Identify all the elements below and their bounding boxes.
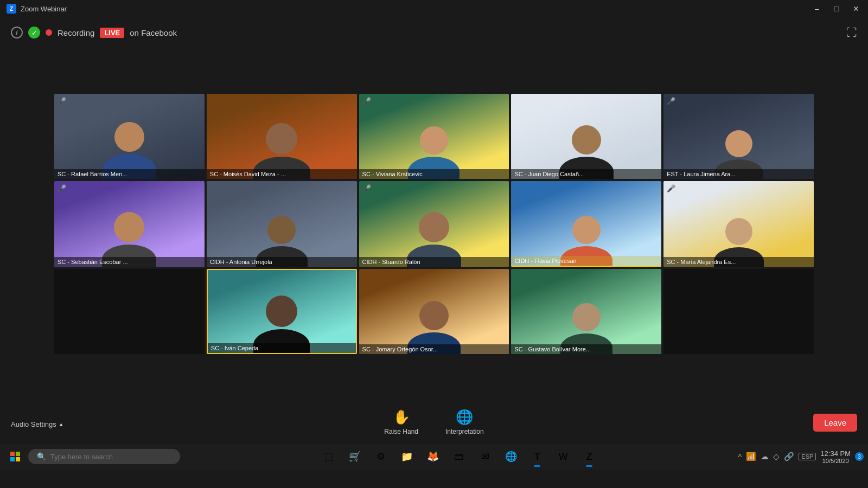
raise-hand-label: Raise Hand (384, 428, 418, 435)
participant-cell-11: SC - Jomary Ortegón Osor... (359, 269, 509, 354)
cloud-icon[interactable]: ☁ (761, 452, 769, 461)
participant-cell-3: SC - Juan Diego Castañ... (511, 94, 661, 179)
mute-icon-5: 🎤 (58, 184, 66, 192)
live-badge: LIVE (100, 28, 124, 38)
participant-cell-8: CIDH - Flávia Piovesan (511, 181, 661, 266)
taskbar-firefox-icon[interactable]: 🦊 (422, 445, 444, 468)
dropbox-icon[interactable]: ◇ (773, 452, 780, 461)
taskbar-store2-icon[interactable]: 🗃 (448, 445, 470, 468)
taskbar-right: ^ 📶 ☁ ◇ 🔗 ESP 12:34 PM 10/5/2020 3 (738, 450, 864, 464)
participant-name-5: SC - Sebastián Escobar ... (54, 257, 205, 267)
notification-badge[interactable]: 3 (855, 452, 864, 461)
title-bar-controls[interactable]: – □ ✕ (812, 3, 861, 14)
recording-dot-icon (46, 29, 52, 36)
mute-icon-0: 🎤 (58, 97, 66, 105)
search-input[interactable] (50, 453, 171, 461)
participant-cell-9: 🎤 SC - María Alejandra Es... (663, 181, 814, 266)
mute-icon-2: 🎤 (362, 97, 371, 105)
taskbar-left: 🔍 (4, 446, 180, 467)
leave-button[interactable]: Leave (813, 414, 857, 432)
interpretation-icon: 🌐 (456, 409, 473, 426)
interpretation-label: Interpretation (445, 428, 484, 435)
search-icon: 🔍 (37, 452, 46, 461)
video-area: 🎤 SC - Rafael Barrios Men... SC - Moisés… (0, 48, 868, 400)
taskbar-store-icon[interactable]: 🛒 (343, 445, 366, 468)
recording-label: Recording (58, 28, 94, 37)
taskbar-zoom-icon[interactable]: Z (578, 445, 601, 468)
title-bar: Z Zoom Webinar – □ ✕ (0, 0, 868, 17)
taskbar-edge-icon[interactable]: 🌐 (500, 445, 522, 468)
participant-name-2: SC - Viviana Krsticevic (359, 169, 509, 179)
header-bar: i ✓ Recording LIVE on Facebook ⛶ (0, 17, 868, 48)
participant-name-4: EST - Laura Jimena Ara... (663, 169, 814, 179)
audio-settings-button[interactable]: Audio Settings ▲ (11, 420, 64, 428)
taskbar-word-icon[interactable]: W (552, 445, 575, 468)
participant-cell-4: 🎤 EST - Laura Jimena Ara... (663, 94, 814, 179)
taskbar-teams-icon[interactable]: T (526, 445, 548, 468)
language-indicator: ESP (799, 453, 816, 460)
participant-name-9: SC - María Alejandra Es... (663, 257, 814, 267)
shield-icon: ✓ (28, 27, 40, 38)
mute-icon-9: 🎤 (667, 184, 675, 192)
link-icon[interactable]: 🔗 (784, 452, 794, 461)
participant-cell-5: 🎤 SC - Sebastián Escobar ... (54, 181, 205, 266)
participant-name-12: SC - Gustavo Bolívar More... (511, 344, 661, 354)
participant-cell-1: SC - Moisés David Meza - ... (207, 94, 357, 179)
toolbar: Audio Settings ▲ ✋ Raise Hand 🌐 Interpre… (0, 400, 868, 444)
participant-name-8: CIDH - Flávia Piovesan (511, 256, 661, 267)
raise-hand-icon: ✋ (393, 409, 410, 426)
header-left: i ✓ Recording LIVE on Facebook (11, 27, 177, 38)
search-box[interactable]: 🔍 (28, 449, 180, 464)
participant-name-6: CIDH - Antonia Urrejola (207, 257, 357, 267)
wifi-icon[interactable]: 📶 (746, 452, 756, 461)
time-display: 12:34 PM (820, 450, 851, 458)
participant-cell-7: 🎤 CIDH - Stuardo Ralón (359, 181, 509, 266)
taskbar-files-icon[interactable]: 📁 (395, 445, 418, 468)
mute-icon-7: 🎤 (362, 184, 371, 192)
taskbar: 🔍 ⬚ 🛒 ⚙ 📁 🦊 🗃 ✉ 🌐 T W Z ^ 📶 ☁ ◇ 🔗 ESP 12… (0, 444, 868, 470)
raise-hand-button[interactable]: ✋ Raise Hand (384, 409, 418, 435)
participant-cell-6: CIDH - Antonia Urrejola (207, 181, 357, 266)
sys-tray: ^ 📶 ☁ ◇ 🔗 (738, 452, 794, 461)
on-facebook-label: on Facebook (130, 28, 177, 37)
caret-up-icon: ▲ (59, 421, 64, 427)
empty-cell-1 (54, 269, 205, 354)
info-icon[interactable]: i (11, 27, 23, 38)
windows-logo-icon (10, 452, 20, 461)
taskbar-settings-icon[interactable]: ⚙ (369, 445, 392, 468)
participant-name-11: SC - Jomary Ortegón Osor... (359, 344, 509, 354)
close-button[interactable]: ✕ (851, 3, 861, 14)
zoom-logo-icon: Z (7, 4, 16, 14)
participant-name-1: SC - Moisés David Meza - ... (207, 169, 357, 179)
participant-name-7: CIDH - Stuardo Ralón (359, 257, 509, 267)
window-title: Zoom Webinar (21, 5, 67, 13)
clock[interactable]: 12:34 PM 10/5/2020 (820, 450, 851, 464)
participant-cell-2: 🎤 SC - Viviana Krsticevic (359, 94, 509, 179)
chevron-icon[interactable]: ^ (738, 452, 742, 461)
participant-cell-10: SC - Iván Cepeda (207, 269, 357, 354)
video-grid: 🎤 SC - Rafael Barrios Men... SC - Moisés… (54, 94, 814, 354)
title-bar-left: Z Zoom Webinar (7, 4, 67, 14)
mute-icon-4: 🎤 (667, 97, 675, 105)
start-button[interactable] (4, 446, 26, 467)
taskbar-mail-icon[interactable]: ✉ (474, 445, 496, 468)
audio-settings-label: Audio Settings (11, 420, 56, 428)
participant-name-10: SC - Iván Cepeda (208, 343, 356, 353)
interpretation-button[interactable]: 🌐 Interpretation (445, 409, 484, 435)
minimize-button[interactable]: – (812, 3, 822, 14)
date-display: 10/5/2020 (820, 458, 851, 464)
empty-cell-2 (663, 269, 814, 354)
taskbar-center: ⬚ 🛒 ⚙ 📁 🦊 🗃 ✉ 🌐 T W Z (317, 445, 601, 468)
participant-name-0: SC - Rafael Barrios Men... (54, 169, 205, 179)
participant-cell-0: 🎤 SC - Rafael Barrios Men... (54, 94, 205, 179)
maximize-button[interactable]: □ (831, 3, 842, 14)
participant-name-3: SC - Juan Diego Castañ... (511, 169, 661, 179)
participant-cell-12: SC - Gustavo Bolívar More... (511, 269, 661, 354)
fullscreen-button[interactable]: ⛶ (846, 27, 857, 39)
taskbar-explorer-icon[interactable]: ⬚ (317, 445, 340, 468)
